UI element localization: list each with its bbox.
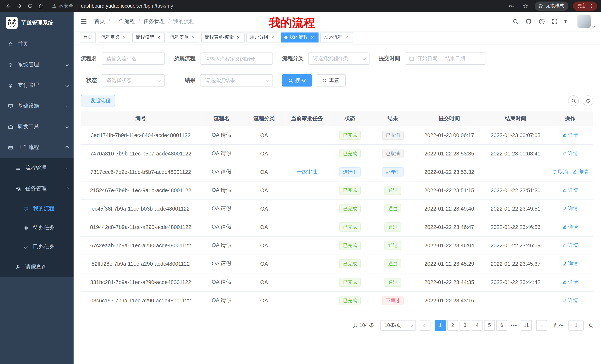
security-status[interactable]: ⚠ 不安全 — [52, 2, 74, 9]
col-end-time: 结束时间 — [484, 112, 547, 126]
browser-reload-button[interactable] — [25, 1, 35, 10]
sidebar-item-todo-tasks[interactable]: 待办任务 — [0, 218, 74, 237]
sidebar-item-my-process[interactable]: 我的流程 — [0, 199, 74, 218]
page-size-select[interactable]: 10条/页 — [380, 320, 416, 331]
detail-link[interactable]: 详情 — [562, 132, 578, 139]
font-size-button[interactable]: TT — [563, 17, 573, 27]
password-key-button[interactable] — [507, 1, 516, 10]
address-bar[interactable]: ⚠ 不安全 | dashboard.yudao.iocoder.cn/bpm/t… — [52, 2, 506, 9]
cell-result: 通过 — [371, 181, 414, 200]
page-url[interactable]: dashboard.yudao.iocoder.cn/bpm/task/my — [81, 3, 173, 9]
detail-link[interactable]: 详情 — [562, 279, 578, 286]
status-badge: 已完成 — [339, 204, 361, 213]
breadcrumb-item[interactable]: 首页 / — [94, 18, 110, 25]
browser-menu-icon[interactable]: ⋮ — [589, 3, 594, 9]
goto-page-input[interactable] — [569, 320, 584, 331]
detail-link[interactable]: 详情 — [562, 260, 578, 267]
close-icon[interactable]: × — [190, 35, 196, 40]
cancel-link[interactable]: 取消 — [552, 168, 568, 175]
page-number-button[interactable]: ••• — [509, 320, 520, 331]
chevron-right-icon — [540, 324, 543, 327]
user-menu[interactable] — [577, 14, 595, 28]
create-process-button[interactable]: + 发起流程 — [81, 95, 115, 106]
detail-link[interactable]: 详情 — [562, 297, 578, 304]
sidebar-item-devtools[interactable]: 研发工具 — [0, 116, 74, 137]
cell-result: 处理中 — [371, 163, 414, 181]
result-badge: 不通过 — [382, 296, 404, 305]
sidebar-item-done-tasks[interactable]: 已办任务 — [0, 238, 74, 257]
close-icon[interactable]: × — [156, 35, 161, 40]
cell-name: OA 请假 — [200, 126, 242, 144]
process-key-input[interactable] — [200, 52, 273, 65]
fullscreen-button[interactable] — [550, 17, 560, 27]
search-button[interactable]: 搜索 — [282, 74, 312, 86]
process-name-input[interactable] — [102, 52, 165, 65]
sidebar-item-payment[interactable]: ¥ 支付管理 — [0, 75, 74, 96]
close-icon[interactable]: × — [236, 35, 241, 40]
status-select[interactable]: 请选择状态 — [102, 74, 165, 86]
breadcrumb-item[interactable]: 我的流程 — [173, 18, 198, 25]
browser-forward-button[interactable] — [14, 1, 24, 10]
detail-link[interactable]: 详情 — [562, 242, 578, 249]
page-number-button[interactable]: 4 — [472, 320, 483, 331]
avatar[interactable] — [577, 14, 591, 28]
page-number-button[interactable]: 3 — [460, 320, 470, 331]
breadcrumb-item[interactable]: 工作流程 / — [113, 18, 140, 25]
page-number-button[interactable]: 1 — [435, 320, 446, 331]
header-search-button[interactable] — [511, 17, 521, 27]
breadcrumb-item[interactable]: 任务管理 / — [143, 18, 170, 25]
app-logo[interactable]: 芋道管理系统 — [0, 12, 74, 34]
tab[interactable]: 发起流程 × — [320, 32, 353, 42]
page-number-button[interactable]: 6 — [496, 320, 507, 331]
page-number-button[interactable]: 11 — [521, 320, 532, 331]
cell-result: 已取消 — [371, 126, 414, 144]
close-icon[interactable]: × — [121, 35, 127, 40]
github-button[interactable] — [523, 17, 534, 27]
sidebar-item-infrastructure[interactable]: 基础设施 — [0, 96, 74, 116]
reset-button[interactable]: 重置 — [316, 74, 346, 86]
sidebar-item-system[interactable]: 系统管理 — [0, 54, 74, 75]
cell-name: OA 请假 — [200, 144, 242, 163]
sidebar-item-task-management[interactable]: 任务管理 — [0, 179, 74, 199]
page-number-button[interactable]: 5 — [484, 320, 495, 331]
sidebar-item-leave-query[interactable]: 请假查询 — [0, 257, 74, 277]
detail-link[interactable]: 详情 — [562, 205, 578, 212]
sidebar-toggle-button[interactable] — [80, 17, 88, 26]
sidebar-item-home[interactable]: 首页 — [0, 34, 74, 54]
bookmark-star-button[interactable]: ☆ — [521, 1, 530, 10]
tab[interactable]: 用户分组 × — [246, 32, 279, 42]
tab[interactable]: 首页 × — [80, 32, 96, 42]
close-icon[interactable]: × — [270, 35, 276, 40]
tab[interactable]: 流程表单 × — [167, 32, 199, 42]
table-row: 7317cec6-7b9b-11ec-b5b7-acde48001122 OA … — [81, 163, 593, 181]
edit-icon — [562, 243, 567, 248]
next-page-button[interactable] — [536, 320, 547, 331]
svg-text:T: T — [568, 20, 570, 24]
close-icon[interactable]: × — [310, 35, 315, 40]
sidebar-item-process-management[interactable]: 流程管理 — [0, 158, 74, 178]
page-number-button[interactable]: 2 — [447, 320, 458, 331]
detail-link[interactable]: 详情 — [562, 224, 578, 230]
cell-submit-time: 2022-01-22 23:51:15 — [414, 181, 484, 200]
tab[interactable]: 我的流程 × — [281, 32, 319, 42]
close-icon[interactable]: × — [344, 35, 350, 40]
browser-back-button[interactable] — [4, 1, 13, 10]
browser-home-button[interactable] — [36, 1, 45, 10]
tab[interactable]: 流程模型 × — [132, 32, 165, 42]
tab[interactable]: 流程表单-编辑 × — [201, 32, 244, 42]
category-select[interactable]: 请选择流程分类 — [308, 52, 369, 65]
show-search-button[interactable] — [568, 95, 579, 106]
detail-link[interactable]: 详情 — [572, 168, 588, 175]
submit-time-range-picker[interactable]: 开始日期 - 结束日期 — [405, 52, 486, 65]
result-select[interactable]: 请选择流结果 — [200, 74, 273, 86]
refresh-icon — [322, 78, 327, 83]
sidebar-item-workflow[interactable]: 工作流程 — [0, 137, 74, 158]
help-button[interactable]: ? — [537, 17, 547, 27]
detail-link[interactable]: 详情 — [562, 150, 578, 157]
prev-page-button[interactable] — [420, 320, 431, 331]
detail-link[interactable]: 详情 — [562, 187, 578, 194]
current-task-link[interactable]: 一级审批 — [297, 168, 317, 175]
browser-update-button[interactable]: 更新 ⋮ — [573, 1, 597, 10]
tab[interactable]: 流程定义 × — [98, 32, 130, 42]
refresh-table-button[interactable] — [583, 95, 593, 106]
